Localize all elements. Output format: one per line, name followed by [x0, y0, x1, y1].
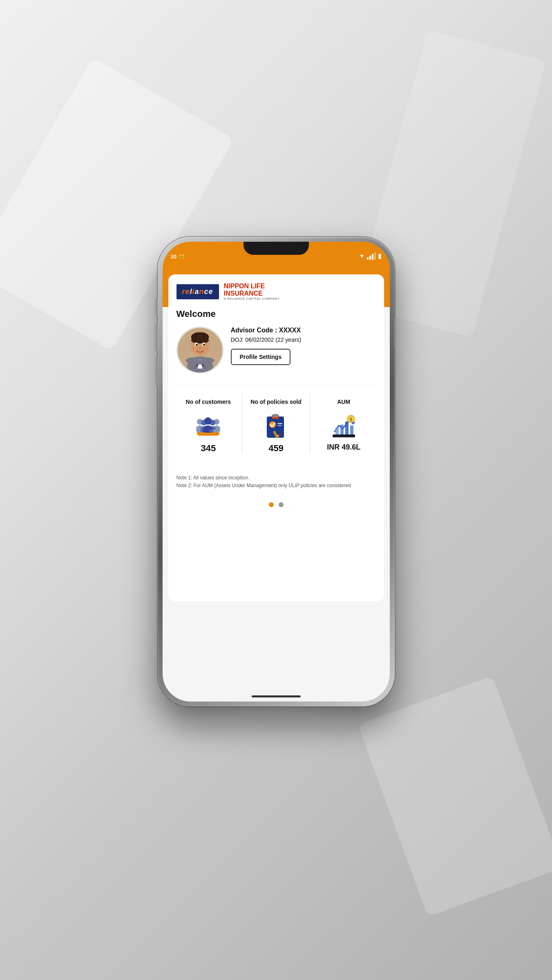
note1: Note 1: All values since inception.	[177, 474, 376, 482]
pagination-dots	[177, 490, 376, 513]
notification-icon: 🐱	[179, 254, 185, 259]
svg-rect-38	[333, 434, 355, 437]
customers-icon	[194, 413, 223, 440]
advisor-code: Advisor Code : XXXXX	[231, 327, 376, 334]
svg-rect-41	[340, 425, 344, 434]
profile-settings-button[interactable]: Profile Settings	[231, 349, 291, 365]
stat-divider-1	[242, 394, 242, 454]
stat-aum-value: INR 49.6L	[327, 443, 360, 452]
status-right: ▼ ▮	[359, 252, 382, 260]
svg-rect-31	[273, 414, 278, 417]
svg-rect-40	[335, 428, 339, 434]
svg-point-12	[199, 347, 201, 349]
mute-button	[154, 298, 158, 316]
stat-policies-label: No of policies sold	[250, 394, 301, 410]
power-button	[395, 318, 398, 347]
wifi-icon: ▼	[359, 253, 365, 259]
status-left: 20 🐱	[171, 254, 185, 260]
phone-screen: 20 🐱 ▼ ▮	[163, 242, 390, 702]
aum-icon: $	[329, 413, 358, 440]
stats-section: No of customers	[177, 385, 376, 454]
screen-content: reLiAnce NIPPON LIFE INSURANCE A RELIANC…	[163, 242, 390, 702]
svg-point-28	[213, 429, 220, 432]
signal-bars	[367, 252, 376, 260]
bottom-spacer	[163, 601, 390, 621]
svg-point-11	[203, 343, 205, 345]
svg-rect-42	[345, 421, 349, 434]
stat-aum-label: AUM	[337, 394, 350, 410]
stat-customers-value: 345	[201, 443, 216, 454]
nippon-title: NIPPON LIFE INSURANCE	[224, 283, 280, 297]
profile-section: Advisor Code : XXXXX DOJ: 06/02/2002 (22…	[177, 327, 376, 374]
phone-reflection	[178, 710, 374, 743]
phone-wrapper: 20 🐱 ▼ ▮	[158, 237, 395, 743]
doj-text: DOJ: 06/02/2002 (22 years)	[231, 336, 376, 343]
stat-policies-value: 459	[268, 443, 284, 454]
advisor-image	[178, 328, 222, 373]
volume-down-button	[154, 357, 158, 386]
main-card: reLiAnce NIPPON LIFE INSURANCE A RELIANC…	[168, 274, 384, 601]
svg-point-10	[196, 343, 198, 345]
logo-section: reLiAnce NIPPON LIFE INSURANCE A RELIANC…	[177, 283, 376, 301]
svg-point-7	[191, 337, 209, 343]
battery-icon: ▮	[378, 252, 382, 260]
welcome-heading: Welcome	[177, 309, 376, 319]
phone-device: 20 🐱 ▼ ▮	[158, 237, 395, 706]
nippon-logo: NIPPON LIFE INSURANCE A RELIANCE CAPITAL…	[224, 283, 280, 301]
svg-text:$: $	[350, 417, 352, 422]
notes-section: Note 1: All values since inception. Note…	[177, 466, 376, 490]
note2: Note 2: For AUM (Assets Under Management…	[177, 482, 376, 490]
stat-customers: No of customers	[177, 394, 241, 454]
pagination-dot-1[interactable]	[269, 502, 274, 507]
svg-rect-43	[350, 425, 353, 434]
profile-info: Advisor Code : XXXXX DOJ: 06/02/2002 (22…	[231, 327, 376, 365]
stat-aum: AUM	[312, 394, 376, 452]
volume-up-button	[154, 323, 158, 351]
nippon-sub: A RELIANCE CAPITAL COMPANY	[224, 297, 280, 301]
home-indicator[interactable]	[252, 695, 301, 697]
stat-customers-label: No of customers	[186, 394, 231, 410]
pagination-dot-2[interactable]	[279, 502, 284, 507]
svg-rect-34	[277, 425, 282, 426]
reliance-logo: reLiAnce	[177, 284, 219, 299]
avatar	[177, 327, 223, 374]
stat-policies: No of policies sold	[244, 394, 308, 454]
svg-point-21	[204, 417, 212, 425]
notch	[244, 242, 309, 255]
stat-divider-2	[310, 394, 310, 454]
policies-icon	[262, 413, 291, 440]
status-time: 20	[171, 254, 177, 260]
svg-rect-33	[277, 423, 282, 424]
